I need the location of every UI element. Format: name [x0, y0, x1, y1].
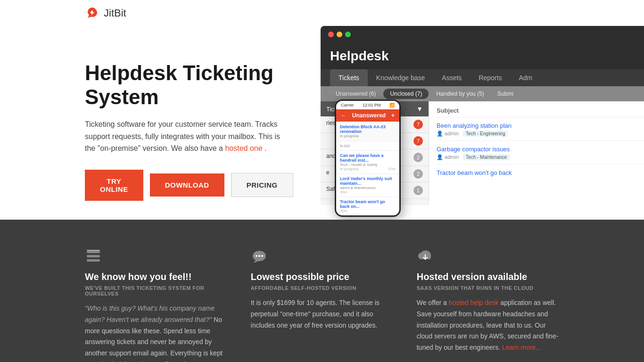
phone-ticket-4[interactable]: Tractor beam won't go back on... 20m	[336, 197, 399, 215]
phone-mockup: Carrier 12:01 PM 📶 ← Unanswered + Detent…	[335, 99, 401, 217]
svg-rect-3	[87, 250, 100, 251]
svg-point-8	[261, 255, 263, 257]
browser-minimize-dot[interactable]	[337, 32, 342, 37]
app-title: Helpdesk	[330, 49, 644, 64]
database-icon	[85, 248, 223, 265]
phone-add-icon[interactable]: +	[391, 112, 395, 119]
svg-point-7	[258, 255, 260, 257]
svg-rect-1	[87, 255, 100, 257]
nav-admin[interactable]: Adm	[510, 69, 541, 86]
subnav-handled[interactable]: Handled by you (5)	[430, 88, 489, 99]
ticket-row-1[interactable]: Been analyzing station plan 👤 admin Tech…	[437, 122, 644, 141]
feature-2-title: Lowest possible price	[251, 272, 388, 282]
nav-reports[interactable]: Reports	[470, 69, 510, 86]
svg-rect-2	[87, 259, 100, 262]
feature-1-title: We know how you feel!!	[85, 272, 223, 282]
nav-tickets[interactable]: Tickets	[330, 69, 368, 86]
logo-text: JitBit	[104, 7, 126, 19]
logo[interactable]: JitBit	[85, 6, 126, 21]
hero-heading: Helpdesk Ticketing System	[85, 61, 292, 109]
phone-ticket-1[interactable]: Detention Block AA-23 renovation In prog…	[336, 122, 399, 141]
feature-1-subtitle: WE'VE BUILT THIS TICKETING SYSTEM FOR OU…	[85, 285, 223, 296]
nav-assets[interactable]: Assets	[433, 69, 470, 86]
app-mockup: Helpdesk Tickets Knowledge base Assets R…	[321, 21, 644, 217]
try-online-button[interactable]: TRY ONLINE	[85, 170, 143, 201]
hosted-link[interactable]: hosted one	[225, 144, 262, 152]
hero-content: Helpdesk Ticketing System Ticketing soft…	[0, 19, 321, 220]
filter-icon[interactable]: ▼	[416, 105, 423, 113]
feature-3-subtitle: SAAS VERSION THAT RUNS IN THE CLOUD	[417, 285, 559, 291]
pricing-button[interactable]: PRICING	[231, 173, 293, 197]
feature-2: Lowest possible price AFFORDABLE SELF-HO…	[251, 248, 388, 362]
hero-desc-text2: .	[264, 144, 266, 152]
svg-rect-0	[87, 251, 100, 253]
learn-more-link[interactable]: Learn more...	[502, 344, 541, 351]
browser-maximize-dot[interactable]	[345, 32, 351, 37]
hero-description: Ticketing software for your customer ser…	[85, 118, 292, 155]
ticket-2-title: Garbage compactor issues	[437, 146, 644, 153]
ticket-2-meta: 👤 admin Tech - Maintenance	[437, 154, 644, 160]
feature-3-desc: We offer a hosted help desk application …	[417, 297, 559, 354]
ticket-1-title: Been analyzing station plan	[437, 122, 644, 129]
hero-cta-buttons: TRY ONLINE DOWNLOAD PRICING	[85, 170, 292, 201]
ticket-row-3[interactable]: Tractor beam won't go back	[437, 169, 644, 180]
feature-3: Hosted version available SAAS VERSION TH…	[417, 248, 559, 362]
nav-knowledge[interactable]: Knowledge base	[368, 69, 434, 86]
browser-close-dot[interactable]	[328, 32, 334, 37]
cloud-icon	[417, 248, 559, 265]
features-section: We know how you feel!! WE'VE BUILT THIS …	[0, 220, 644, 362]
hosted-helpdesk-link[interactable]: hosted help desk	[449, 299, 499, 306]
features-grid: We know how you feel!! WE'VE BUILT THIS …	[85, 248, 559, 362]
phone-back-icon[interactable]: ←	[341, 112, 347, 119]
subject-column-header: Subject	[437, 107, 644, 117]
ticket-1-meta: 👤 admin Tech - Engineering	[437, 131, 644, 137]
phone-nav-label: Unanswered	[352, 112, 386, 119]
phone-ticket-2[interactable]: Can we please have a handrail inst... Te…	[336, 151, 399, 174]
app-nav: Tickets Knowledge base Assets Reports Ad…	[321, 69, 644, 86]
chat-icon	[251, 248, 388, 265]
feature-2-desc: It is only $1699 for 10 agents. The lice…	[251, 297, 388, 331]
subnav-unclosed[interactable]: Unclosed (7)	[383, 89, 429, 99]
phone-ticket-3[interactable]: Lord Vader's monthly suit maintain... ad…	[336, 174, 399, 197]
svg-point-6	[256, 255, 257, 257]
feature-3-title: Hosted version available	[417, 272, 559, 282]
phone-status-bar: Carrier 12:01 PM 📶	[336, 101, 399, 109]
feature-1-desc: "Who is this guy? What's his company nam…	[85, 303, 223, 362]
download-button[interactable]: DOWNLOAD	[150, 173, 224, 197]
app-main-content: Subject Been analyzing station plan 👤 ad…	[429, 101, 644, 205]
ticket-row-2[interactable]: Garbage compactor issues 👤 admin Tech - …	[437, 146, 644, 165]
feature-2-subtitle: AFFORDABLE SELF-HOSTED VERSION	[251, 285, 388, 291]
feature-1-quote: "Who is this guy? What's his company nam…	[85, 304, 215, 323]
phone-ticket-id-1: N-421	[336, 141, 399, 151]
hero-section: Helpdesk Ticketing System Ticketing soft…	[0, 0, 644, 220]
feature-1: We know how you feel!! WE'VE BUILT THIS …	[85, 248, 223, 362]
jitbit-logo-icon	[85, 6, 100, 21]
subnav-unanswered[interactable]: Unanswered (6)	[330, 88, 381, 99]
subnav-submitted[interactable]: Submi	[492, 88, 519, 99]
phone-nav-bar: ← Unanswered +	[336, 109, 399, 122]
ticket-3-title: Tractor beam won't go back	[437, 169, 644, 176]
